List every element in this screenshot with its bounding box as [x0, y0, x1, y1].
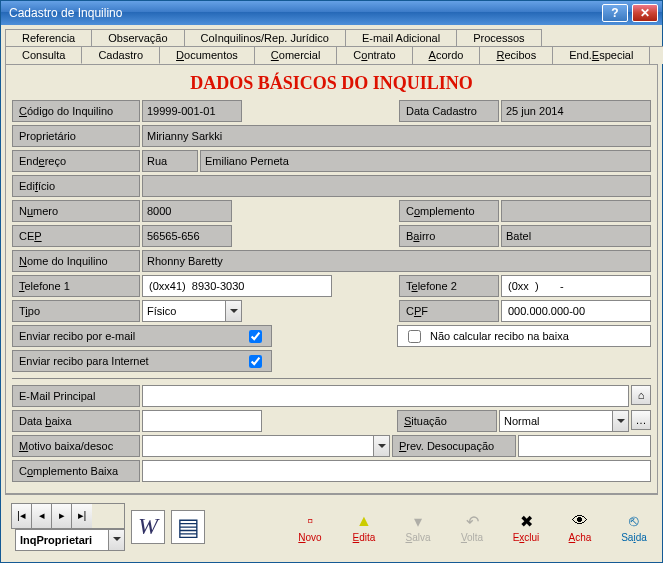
- tab-referencia[interactable]: Referencia: [5, 29, 92, 46]
- tab-processos[interactable]: Processos: [456, 29, 541, 46]
- tab-end-especial[interactable]: End.Especial: [552, 46, 650, 64]
- close-button[interactable]: ✕: [632, 4, 658, 22]
- tab-row-top: Referencia Observação CoInquilinos/Rep. …: [5, 29, 658, 47]
- enviar-internet-check[interactable]: Enviar recibo para Internet: [12, 350, 272, 372]
- nao-calcular-check[interactable]: Não calcular recibo na baixa: [397, 325, 651, 347]
- enviar-email-checkbox[interactable]: [249, 330, 262, 343]
- chevron-down-icon: [373, 436, 389, 456]
- chevron-down-icon: [108, 530, 124, 550]
- label-data-cadastro: Data Cadastro: [399, 100, 499, 122]
- tab-cadastro[interactable]: Cadastro: [81, 46, 160, 64]
- label-prev-desocupacao: Prev. Desocupação: [392, 435, 516, 457]
- label-nome: Nome do Inquilino: [12, 250, 140, 272]
- enviar-email-check[interactable]: Enviar recibo por e-mail: [12, 325, 272, 347]
- record-nav: |◂ ◂ ▸ ▸|: [11, 503, 125, 529]
- app-window: Cadastro de Inquilino ? ✕ Referencia Obs…: [0, 0, 663, 563]
- titlebar: Cadastro de Inquilino ? ✕: [1, 1, 662, 25]
- help-button[interactable]: ?: [602, 4, 628, 22]
- nav-next-button[interactable]: ▸: [52, 504, 72, 528]
- email-principal-input[interactable]: [142, 385, 629, 407]
- exclui-button[interactable]: ✖ Exclui: [508, 510, 544, 543]
- salva-button[interactable]: ▾ Salva: [400, 510, 436, 543]
- tab-contrato[interactable]: Contrato: [336, 46, 412, 64]
- proprietario-field: Mirianny Sarkki: [142, 125, 651, 147]
- list-icon[interactable]: ▤: [171, 510, 205, 544]
- cep-field: 56565-656: [142, 225, 232, 247]
- nav-last-button[interactable]: ▸|: [72, 504, 92, 528]
- label-codigo: Código do Inquilino: [12, 100, 140, 122]
- label-bairro: Bairro: [399, 225, 499, 247]
- prev-desocupacao-input[interactable]: [518, 435, 651, 457]
- label-tel2: Telefone 2: [399, 275, 499, 297]
- tab-observacao[interactable]: Observação: [91, 29, 184, 46]
- label-complemento-baixa: Complemento Baixa: [12, 460, 140, 482]
- label-proprietario: Proprietário: [12, 125, 140, 147]
- tab-documentos[interactable]: Documentos: [159, 46, 255, 64]
- rua-prefix-field: Rua: [142, 150, 198, 172]
- saida-button[interactable]: ⎋ Saida: [616, 510, 652, 543]
- label-complemento: Complemento: [399, 200, 499, 222]
- tab-coinquilinos[interactable]: CoInquilinos/Rep. Jurídico: [184, 29, 346, 46]
- data-baixa-input[interactable]: [142, 410, 262, 432]
- label-data-baixa: Data baixa: [12, 410, 140, 432]
- window-title: Cadastro de Inquilino: [9, 6, 602, 20]
- complemento-baixa-input[interactable]: [142, 460, 651, 482]
- nav-prev-button[interactable]: ◂: [32, 504, 52, 528]
- codigo-field: 19999-001-01: [142, 100, 242, 122]
- situacao-combo[interactable]: Normal: [499, 410, 629, 432]
- label-email-principal: E-Mail Principal: [12, 385, 140, 407]
- nav-first-button[interactable]: |◂: [12, 504, 32, 528]
- label-situacao: Situação: [397, 410, 497, 432]
- home-icon: ⌂: [638, 389, 645, 401]
- tel1-input[interactable]: [142, 275, 332, 297]
- label-edificio: Edifício: [12, 175, 140, 197]
- nao-calcular-checkbox[interactable]: [408, 330, 421, 343]
- label-numero: Numero: [12, 200, 140, 222]
- complemento-field: [501, 200, 651, 222]
- acha-button[interactable]: 👁 Acha: [562, 510, 598, 543]
- edita-button[interactable]: ▲ Edita: [346, 510, 382, 543]
- label-motivo: Motivo baixa/desoc: [12, 435, 140, 457]
- label-tel1: Telefone 1: [12, 275, 140, 297]
- tab-email-adicional[interactable]: E-mail Adicional: [345, 29, 457, 46]
- motivo-combo[interactable]: [142, 435, 390, 457]
- endereco-field: Emiliano Perneta: [200, 150, 651, 172]
- word-icon[interactable]: W: [131, 510, 165, 544]
- tipo-combo[interactable]: Físico: [142, 300, 242, 322]
- nome-field: Rhonny Baretty: [142, 250, 651, 272]
- chevron-down-icon: [612, 411, 628, 431]
- chevron-down-icon: [225, 301, 241, 321]
- label-cpf: CPF: [399, 300, 499, 322]
- cpf-input[interactable]: [501, 300, 651, 322]
- label-endereco: Endereço: [12, 150, 140, 172]
- bairro-field: Batel: [501, 225, 651, 247]
- data-cadastro-field: 25 jun 2014: [501, 100, 651, 122]
- novo-button[interactable]: ▫ Novo: [292, 510, 328, 543]
- numero-field: 8000: [142, 200, 232, 222]
- volta-button[interactable]: ↶ Volta: [454, 510, 490, 543]
- panel-title: DADOS BÁSICOS DO INQUILINO: [12, 73, 651, 94]
- table-selector[interactable]: InqProprietari: [15, 529, 125, 551]
- tab-row-bottom: Consulta Cadastro Documentos Comercial C…: [5, 46, 658, 65]
- tab-alerta[interactable]: Alerta: [649, 46, 663, 64]
- tab-comercial[interactable]: Comercial: [254, 46, 338, 64]
- tab-consulta[interactable]: Consulta: [5, 46, 82, 64]
- edificio-field: [142, 175, 651, 197]
- situacao-more-button[interactable]: …: [631, 410, 651, 430]
- email-more-button[interactable]: ⌂: [631, 385, 651, 405]
- label-tipo: Tipo: [12, 300, 140, 322]
- tab-recibos[interactable]: Recibos: [479, 46, 553, 64]
- tel2-input[interactable]: [501, 275, 651, 297]
- label-cep: CEP: [12, 225, 140, 247]
- tab-acordo[interactable]: Acordo: [412, 46, 481, 64]
- toolbar: |◂ ◂ ▸ ▸| InqProprietari W ▤ ▫ Novo: [5, 494, 658, 558]
- client-area: Referencia Observação CoInquilinos/Rep. …: [1, 25, 662, 562]
- panel-cadastro: DADOS BÁSICOS DO INQUILINO Código do Inq…: [5, 65, 658, 494]
- enviar-internet-checkbox[interactable]: [249, 355, 262, 368]
